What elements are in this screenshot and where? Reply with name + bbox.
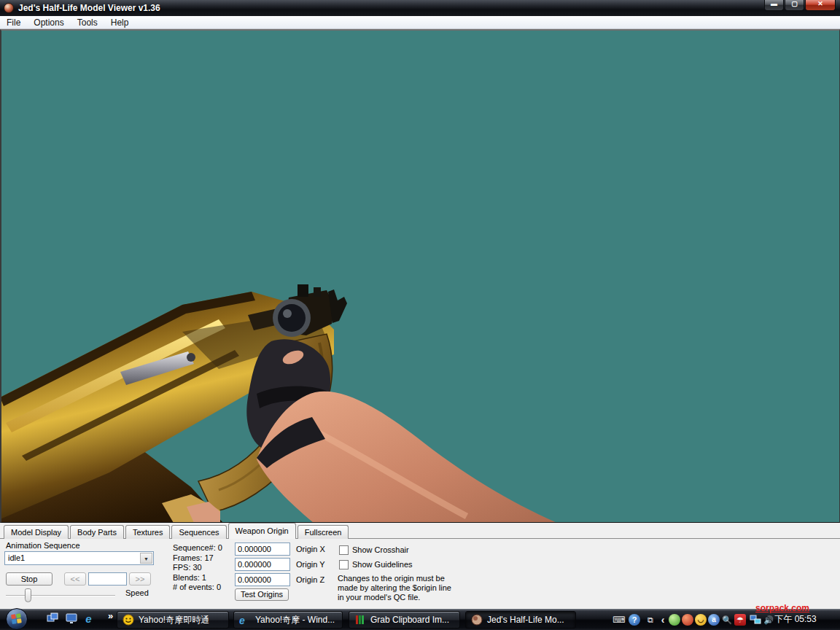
- close-button[interactable]: ✕: [805, 0, 836, 11]
- frame-input[interactable]: [88, 572, 127, 586]
- help-icon[interactable]: ?: [629, 614, 640, 626]
- next-frame-button[interactable]: >>: [129, 572, 151, 586]
- model-viewport[interactable]: [0, 29, 840, 523]
- avira-umbrella-icon[interactable]: ☂: [734, 614, 746, 626]
- window-switcher-icon[interactable]: [45, 612, 59, 626]
- events-count: # of events: 0: [173, 583, 222, 593]
- title-bar[interactable]: Jed's Half-Life Model Viewer v1.36 ▬ ▢ ✕: [0, 0, 840, 16]
- speed-slider-track[interactable]: [6, 595, 115, 596]
- certificate-badge-icon[interactable]: [669, 614, 680, 626]
- grab-clipboard-icon: [354, 614, 366, 626]
- internet-explorer-icon[interactable]: e: [82, 612, 96, 626]
- origin-y-input[interactable]: [235, 558, 290, 571]
- show-crosshair-checkbox[interactable]: [339, 545, 349, 555]
- internet-explorer-icon: e: [239, 614, 251, 626]
- tab-weapon-origin[interactable]: Weapon Origin: [228, 523, 296, 539]
- menu-bar: File Options Tools Help: [0, 16, 840, 29]
- show-desktop-icon[interactable]: [64, 612, 78, 626]
- tab-textures[interactable]: Textures: [125, 525, 171, 539]
- origin-y-label: Origin Y: [296, 560, 325, 569]
- sequence-number: Sequence#: 0: [173, 543, 222, 553]
- yahoo-messenger-icon: [122, 614, 134, 626]
- tab-sequences[interactable]: Sequences: [171, 525, 226, 539]
- taskbar: e » Yahoo!奇摩即時通 e Yahoo!奇摩 - Wind... Gra…: [0, 609, 840, 630]
- window-title: Jed's Half-Life Model Viewer v1.36: [18, 3, 160, 13]
- show-guidelines-checkbox[interactable]: [339, 560, 349, 569]
- menu-help[interactable]: Help: [104, 17, 136, 28]
- speed-slider-thumb[interactable]: [25, 588, 31, 602]
- maximize-button[interactable]: ▢: [785, 0, 804, 11]
- show-crosshair-label: Show Crosshair: [352, 545, 409, 554]
- foxy-icon[interactable]: [682, 614, 693, 626]
- taskbar-button-grab-clipboard[interactable]: Grab Clipboard Im...: [349, 611, 460, 629]
- hlmv-icon: [471, 614, 483, 626]
- blends-count: Blends: 1: [173, 573, 222, 583]
- origin-z-label: Origin Z: [296, 575, 324, 584]
- tab-model-display[interactable]: Model Display: [4, 525, 69, 539]
- minimize-button[interactable]: ▬: [764, 0, 784, 11]
- app-icon: [4, 3, 14, 13]
- sequence-selected-value: idle1: [8, 553, 25, 562]
- taskbar-button-yahoo-messenger[interactable]: Yahoo!奇摩即時通: [117, 611, 229, 629]
- taskbar-button-yahoo-browser[interactable]: e Yahoo!奇摩 - Wind...: [233, 611, 343, 629]
- quick-launch-overflow-chevron[interactable]: »: [104, 610, 117, 624]
- watermark-text: sorpack.com: [755, 603, 809, 613]
- windows-logo-icon: [11, 613, 23, 625]
- bitcomet-icon[interactable]: a: [708, 614, 720, 626]
- control-panel: Model Display Body Parts Textures Sequen…: [0, 523, 840, 609]
- prev-frame-button[interactable]: <<: [64, 572, 86, 586]
- tab-body-parts[interactable]: Body Parts: [70, 525, 124, 539]
- yahoo-smiley-icon[interactable]: ◡: [695, 614, 707, 626]
- show-guidelines-label: Show Guidelines: [352, 560, 413, 569]
- taskbar-button-hlmv[interactable]: Jed's Half-Life Mo...: [465, 611, 576, 629]
- chevron-down-icon[interactable]: ▼: [140, 553, 152, 564]
- tray-chevron-left-icon[interactable]: ‹: [657, 614, 669, 626]
- animation-sequence-label: Animation Sequence: [6, 541, 80, 550]
- origin-note: Changes to the origin must be made by al…: [338, 574, 451, 602]
- app-window: Jed's Half-Life Model Viewer v1.36 ▬ ▢ ✕…: [0, 0, 840, 630]
- speed-label: Speed: [125, 588, 149, 597]
- sequence-combobox[interactable]: idle1 ▼: [4, 551, 154, 565]
- origin-x-input[interactable]: [235, 542, 290, 556]
- weapon-model: [0, 29, 840, 523]
- test-origins-button[interactable]: Test Origins: [235, 588, 289, 601]
- stop-button[interactable]: Stop: [6, 572, 52, 586]
- frames-count: Frames: 17: [173, 553, 222, 564]
- network-icon[interactable]: [750, 614, 761, 626]
- sequence-info: Sequence#: 0 Frames: 17 FPS: 30 Blends: …: [173, 543, 222, 593]
- tab-fullscreen[interactable]: Fullscreen: [298, 525, 349, 539]
- start-button[interactable]: [6, 608, 28, 630]
- menu-file[interactable]: File: [0, 17, 27, 28]
- fps-value: FPS: 30: [173, 563, 222, 573]
- menu-options[interactable]: Options: [27, 17, 70, 28]
- tab-bar: Model Display Body Parts Textures Sequen…: [4, 524, 350, 539]
- menu-tools[interactable]: Tools: [71, 17, 104, 28]
- origin-z-input[interactable]: [235, 573, 290, 586]
- restore-window-icon[interactable]: ⧉: [645, 614, 656, 626]
- origin-x-label: Origin X: [296, 545, 325, 553]
- keyboard-input-icon[interactable]: ⌨: [612, 614, 624, 626]
- magnifier-icon[interactable]: 🔍: [721, 614, 733, 626]
